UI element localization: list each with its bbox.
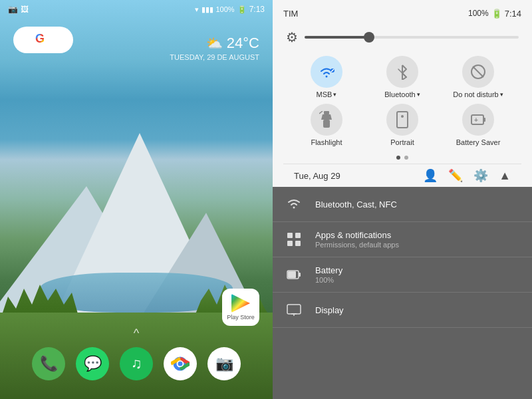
play-store-logo bbox=[231, 294, 250, 313]
portrait-tile-label: Portrait bbox=[390, 138, 414, 146]
portrait-tile-icon-wrap bbox=[386, 104, 418, 136]
google-search-bar[interactable]: G bbox=[13, 27, 73, 53]
display-text: Display bbox=[315, 305, 521, 315]
settings-item-network[interactable]: Bluetooth, Cast, NFC bbox=[273, 187, 532, 222]
bluetooth-icon bbox=[396, 64, 409, 80]
weather-widget: ⛅ 24°C TUESDAY, 29 DE AUGUST bbox=[170, 35, 259, 61]
apps-grid-icon bbox=[287, 232, 301, 247]
swipe-up-indicator[interactable]: ^ bbox=[134, 327, 139, 340]
edit-icon[interactable]: ✏️ bbox=[448, 168, 463, 183]
battery-saver-icon: + bbox=[470, 112, 486, 128]
qs-battery-icon: 🔋 bbox=[491, 9, 502, 19]
weather-temperature: 24°C bbox=[227, 35, 259, 52]
phone-app[interactable]: 📞 bbox=[32, 347, 65, 380]
signal-icon: ▮▮▮ bbox=[201, 5, 213, 14]
play-store-icon[interactable]: Play Store bbox=[222, 289, 259, 326]
battery-icon bbox=[287, 269, 301, 281]
chrome-app[interactable] bbox=[164, 347, 197, 380]
battery-subtitle: 100% bbox=[315, 276, 521, 284]
svg-line-12 bbox=[319, 111, 323, 114]
brightness-thumb[interactable] bbox=[364, 32, 374, 43]
display-settings-icon bbox=[287, 304, 301, 316]
camera-icon: 📷 bbox=[215, 355, 233, 372]
svg-rect-20 bbox=[287, 241, 293, 246]
qs-tile-portrait[interactable]: Portrait bbox=[366, 104, 439, 146]
camera-app[interactable]: 📷 bbox=[207, 347, 241, 380]
settings-item-battery[interactable]: Battery 100% bbox=[273, 257, 532, 293]
settings-icon[interactable]: ⚙️ bbox=[473, 168, 488, 183]
dnd-tile-label: Do not disturb ▾ bbox=[453, 90, 503, 98]
brightness-fill bbox=[305, 36, 369, 39]
battery-icon: 🔋 bbox=[237, 5, 247, 14]
svg-point-14 bbox=[401, 115, 404, 118]
phone-icon: 📞 bbox=[40, 355, 58, 372]
bluetooth-tile-label: Bluetooth ▾ bbox=[384, 90, 420, 98]
dnd-icon bbox=[470, 64, 486, 80]
whatsapp-app[interactable]: 💬 bbox=[76, 347, 109, 380]
brightness-slider[interactable] bbox=[305, 36, 519, 39]
qs-footer: Tue, Aug 29 👤 ✏️ ⚙️ ▲ bbox=[283, 164, 521, 187]
app-dock: 📞 💬 ♫ 📷 bbox=[0, 347, 273, 380]
screenshot-icon: 📷 bbox=[8, 5, 18, 14]
home-screen: 📷 🖼 ▾ ▮▮▮ 100% 🔋 7:13 G ⛅ 24°C TUESDAY, … bbox=[0, 0, 273, 399]
status-bar: 📷 🖼 ▾ ▮▮▮ 100% 🔋 7:13 bbox=[0, 0, 273, 19]
whatsapp-icon: 💬 bbox=[84, 355, 102, 372]
qs-footer-icons: 👤 ✏️ ⚙️ ▲ bbox=[423, 168, 511, 183]
settings-item-display[interactable]: Display bbox=[273, 293, 532, 328]
svg-text:+: + bbox=[474, 116, 478, 124]
qs-tile-flashlight[interactable]: Flashlight bbox=[290, 104, 363, 146]
wifi-settings-icon bbox=[287, 198, 301, 210]
wifi-icon: ▾ bbox=[195, 5, 199, 14]
qs-battery-text: 100% bbox=[468, 9, 489, 18]
battery-text: 100% bbox=[216, 5, 235, 13]
play-store-label: Play Store bbox=[227, 314, 255, 321]
wifi-tile-label: MSB ▾ bbox=[317, 90, 337, 98]
svg-rect-23 bbox=[299, 273, 301, 277]
qs-clock: 7:14 bbox=[505, 9, 521, 19]
qs-pagination-dots bbox=[283, 152, 521, 164]
apps-subtitle: Permissions, default apps bbox=[315, 241, 521, 249]
svg-rect-18 bbox=[287, 233, 293, 238]
svg-rect-11 bbox=[323, 120, 330, 128]
battery-title: Battery bbox=[315, 265, 521, 275]
user-icon[interactable]: 👤 bbox=[423, 168, 438, 183]
svg-rect-25 bbox=[287, 305, 301, 314]
carrier-name: TIM bbox=[283, 9, 298, 19]
svg-rect-21 bbox=[295, 241, 301, 246]
network-text: Bluetooth, Cast, NFC bbox=[315, 200, 521, 209]
flashlight-tile-icon-wrap bbox=[311, 104, 342, 136]
battery-saver-tile-label: Battery Saver bbox=[456, 138, 501, 146]
battery-saver-tile-icon-wrap: + bbox=[462, 104, 494, 136]
qs-tile-battery-saver[interactable]: + Battery Saver bbox=[442, 104, 515, 146]
svg-marker-10 bbox=[321, 114, 332, 120]
apps-icon bbox=[283, 229, 305, 250]
qs-footer-date: Tue, Aug 29 bbox=[294, 171, 340, 181]
qs-tile-dnd[interactable]: Do not disturb ▾ bbox=[442, 56, 515, 98]
qs-dot-2 bbox=[404, 156, 408, 160]
qs-tiles-row1: MSB ▾ Bluetooth ▾ bbox=[283, 51, 521, 101]
clock: 7:13 bbox=[249, 5, 265, 14]
weather-date: TUESDAY, 29 DE AUGUST bbox=[170, 53, 259, 61]
display-icon bbox=[283, 299, 305, 321]
weather-icon: ⛅ bbox=[206, 35, 223, 51]
network-icon bbox=[283, 194, 305, 215]
wifi-dropdown-arrow: ▾ bbox=[333, 91, 336, 98]
qs-tile-bluetooth[interactable]: Bluetooth ▾ bbox=[366, 56, 439, 98]
spotify-app[interactable]: ♫ bbox=[120, 347, 153, 380]
svg-rect-13 bbox=[397, 112, 408, 128]
quick-settings-panel: TIM 100% 🔋 7:14 ⚙ bbox=[273, 0, 532, 399]
dnd-tile-icon-wrap bbox=[462, 56, 494, 88]
notification-icons: 📷 🖼 bbox=[8, 5, 29, 14]
flashlight-tile-label: Flashlight bbox=[311, 138, 342, 146]
display-title: Display bbox=[315, 305, 521, 315]
chrome-icon bbox=[171, 354, 190, 373]
brightness-control[interactable]: ⚙ bbox=[283, 21, 521, 51]
collapse-icon[interactable]: ▲ bbox=[499, 169, 511, 183]
qs-tile-wifi[interactable]: MSB ▾ bbox=[290, 56, 363, 98]
qs-status-bar: TIM 100% 🔋 7:14 bbox=[283, 5, 521, 21]
qs-right-status-icons: 100% 🔋 7:14 bbox=[468, 9, 521, 19]
settings-item-apps[interactable]: Apps & notifications Permissions, defaul… bbox=[273, 222, 532, 257]
apps-text: Apps & notifications Permissions, defaul… bbox=[315, 230, 521, 249]
settings-list: Bluetooth, Cast, NFC Apps & notification… bbox=[273, 187, 532, 399]
network-title: Bluetooth, Cast, NFC bbox=[315, 200, 521, 209]
